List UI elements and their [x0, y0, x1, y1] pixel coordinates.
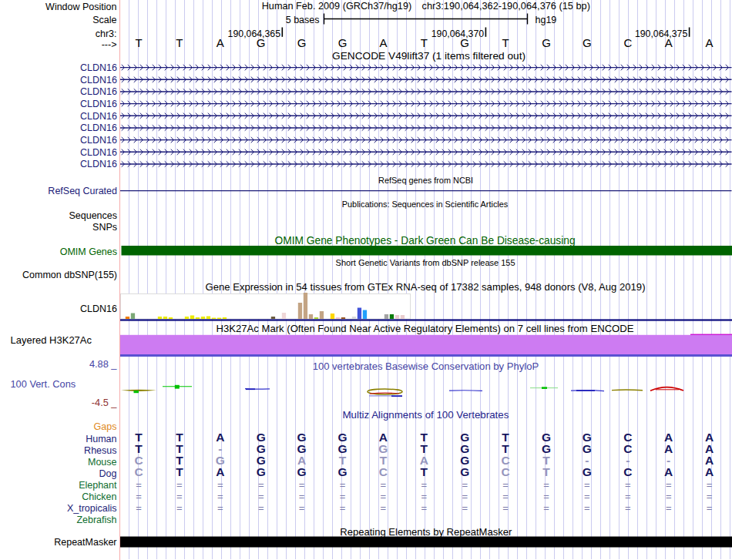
svg-text:CLDN16: CLDN16 — [80, 135, 117, 146]
svg-text:CLDN16: CLDN16 — [80, 159, 117, 169]
svg-text:Zebrafish: Zebrafish — [76, 515, 116, 525]
svg-text:CLDN16: CLDN16 — [80, 86, 117, 97]
svg-text:G: G — [257, 465, 266, 478]
svg-text:Human Feb. 2009 (GRCh37/hg19): Human Feb. 2009 (GRCh37/hg19) — [262, 1, 412, 12]
svg-text:Layered H3K27Ac: Layered H3K27Ac — [11, 334, 92, 346]
svg-text:=: = — [421, 491, 428, 502]
svg-text:=: = — [584, 491, 590, 502]
svg-text:=: = — [543, 479, 549, 491]
svg-text:Publications: Sequences in Sci: Publications: Sequences in Scientific Ar… — [342, 200, 509, 209]
svg-text:Short Genetic Variants from db: Short Genetic Variants from dbSNP releas… — [336, 258, 515, 267]
svg-text:=: = — [176, 502, 183, 514]
svg-text:=: = — [136, 479, 142, 491]
svg-text:=: = — [136, 502, 142, 514]
svg-text:C: C — [501, 465, 509, 478]
svg-text:chr3:: chr3: — [96, 29, 117, 39]
svg-text:=: = — [462, 479, 468, 491]
svg-text:A: A — [664, 465, 673, 478]
svg-text:CLDN16: CLDN16 — [80, 147, 117, 158]
svg-text:T: T — [176, 36, 183, 49]
svg-text:G: G — [337, 465, 347, 478]
svg-text:=: = — [299, 479, 305, 491]
svg-text:=: = — [666, 479, 672, 491]
svg-text:OMIM Gene Phenotypes - Dark Gr: OMIM Gene Phenotypes - Dark Green Can Be… — [275, 235, 576, 246]
svg-text:T: T — [176, 465, 183, 478]
svg-text:=: = — [381, 491, 387, 502]
svg-text:=: = — [584, 502, 590, 514]
svg-text:=: = — [299, 502, 305, 514]
svg-text:=: = — [666, 502, 672, 514]
svg-text:Sequences: Sequences — [69, 210, 117, 221]
svg-text:Elephant: Elephant — [79, 480, 117, 491]
svg-text:X_tropicalis: X_tropicalis — [67, 503, 117, 514]
svg-text:Human: Human — [86, 434, 116, 444]
svg-text:=: = — [543, 491, 549, 502]
svg-text:=: = — [421, 502, 428, 514]
svg-text:T: T — [421, 36, 428, 49]
svg-text:Mouse: Mouse — [88, 457, 117, 468]
svg-text:=: = — [625, 502, 631, 514]
svg-text:=: = — [707, 491, 713, 502]
svg-text:SNPs: SNPs — [92, 222, 117, 233]
svg-text:=: = — [462, 491, 468, 502]
svg-text:190,064,365: 190,064,365 — [228, 29, 281, 39]
svg-text:--->: ---> — [102, 39, 117, 50]
svg-text:GENCODE V49lift37 (1 items fil: GENCODE V49lift37 (1 items filtered out) — [332, 50, 525, 62]
svg-text:CLDN16: CLDN16 — [80, 122, 117, 133]
svg-text:=: = — [258, 502, 264, 514]
svg-text:=: = — [666, 491, 672, 502]
svg-text:G: G — [583, 36, 592, 49]
svg-text:-4.5 _: -4.5 _ — [92, 397, 118, 408]
svg-text:4.88 _: 4.88 _ — [89, 358, 117, 370]
svg-text:Dog: Dog — [99, 468, 117, 479]
svg-text:=: = — [462, 502, 468, 514]
svg-text:Scale: Scale — [92, 15, 116, 25]
svg-text:=: = — [707, 479, 713, 491]
svg-text:A: A — [379, 36, 387, 49]
svg-text:OMIM Genes: OMIM Genes — [60, 246, 117, 257]
svg-text:=: = — [707, 502, 713, 514]
svg-text:A: A — [216, 465, 224, 478]
svg-text:G: G — [297, 36, 307, 49]
svg-text:100 vertebrates Basewise Conse: 100 vertebrates Basewise Conservation by… — [313, 360, 539, 372]
svg-text:=: = — [381, 479, 387, 491]
svg-text:CLDN16: CLDN16 — [80, 62, 117, 73]
svg-text:=: = — [502, 502, 509, 514]
svg-text:H3K27Ac Mark (Often Found Near: H3K27Ac Mark (Often Found Near Active Re… — [217, 323, 634, 334]
svg-text:RepeatMasker: RepeatMasker — [54, 537, 116, 548]
svg-text:Gaps: Gaps — [94, 421, 117, 432]
svg-text:=: = — [543, 502, 549, 514]
svg-text:=: = — [340, 491, 346, 502]
svg-text:100 Vert. Cons: 100 Vert. Cons — [11, 378, 76, 390]
svg-text:Repeating Elements by RepeatMa: Repeating Elements by RepeatMasker — [340, 526, 512, 538]
svg-text:G: G — [460, 36, 469, 49]
svg-text:=: = — [502, 479, 509, 491]
svg-text:G: G — [338, 36, 348, 49]
svg-text:C: C — [379, 465, 388, 478]
svg-text:=: = — [340, 479, 346, 491]
svg-text:=: = — [258, 479, 264, 491]
svg-text:Multiz Alignments of 100 Verte: Multiz Alignments of 100 Vertebrates — [343, 409, 509, 421]
svg-text:Chicken: Chicken — [82, 491, 116, 502]
svg-text:hg19: hg19 — [536, 15, 557, 25]
svg-text:G: G — [542, 36, 551, 49]
svg-text:A: A — [217, 36, 224, 49]
svg-text:=: = — [625, 479, 631, 491]
svg-text:=: = — [421, 479, 428, 491]
svg-text:=: = — [217, 491, 223, 502]
svg-text:=: = — [502, 491, 509, 502]
svg-text:Gene Expression in 54 tissues: Gene Expression in 54 tissues from GTEx … — [206, 281, 646, 293]
svg-text:chr3:190,064,362-190,064,376 (: chr3:190,064,362-190,064,376 (15 bp) — [422, 0, 590, 12]
svg-text:T: T — [135, 36, 142, 49]
svg-text:=: = — [176, 479, 183, 491]
svg-text:T: T — [421, 465, 428, 478]
svg-text:=: = — [381, 502, 387, 514]
svg-text:A: A — [665, 36, 673, 49]
svg-text:=: = — [136, 491, 142, 502]
svg-text:=: = — [217, 479, 223, 491]
svg-text:CLDN16: CLDN16 — [80, 99, 117, 109]
svg-text:=: = — [299, 491, 305, 502]
svg-text:=: = — [176, 491, 183, 502]
svg-text:=: = — [258, 491, 264, 502]
svg-text:Rhesus: Rhesus — [84, 445, 116, 456]
